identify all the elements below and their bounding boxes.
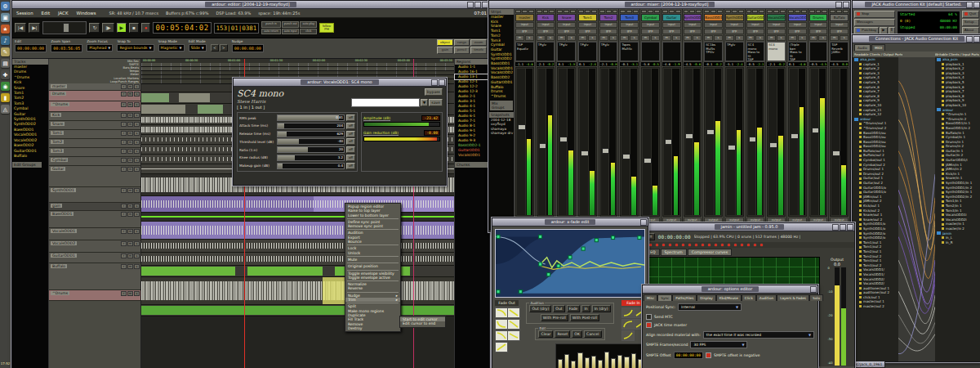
strip-mute-button[interactable]: m: [662, 35, 671, 41]
record-enable-button[interactable]: r: [121, 229, 127, 234]
strip-solo-button[interactable]: s: [651, 35, 660, 41]
strip-hide-icon[interactable]: [612, 10, 618, 13]
solo-button[interactable]: s: [134, 92, 140, 96]
qjackctl-titlebar[interactable]: JACK Audio Connection Kit [default] Star…: [853, 1, 980, 9]
track-name-button[interactable]: Buffalo: [51, 264, 67, 268]
options-tab[interactable]: Paths/Files: [672, 294, 697, 301]
fader-handle[interactable]: [518, 124, 526, 130]
mute-button[interactable]: m: [127, 131, 133, 136]
strip-fader[interactable]: [601, 69, 609, 215]
strip-name-button[interactable]: BassODD1: [704, 14, 723, 21]
strip-input-button[interactable]: input: [830, 22, 849, 28]
strip-redirect-box[interactable]: [641, 42, 660, 61]
jack-pause-button[interactable]: Ⅱ: [889, 27, 895, 34]
strip-redirect-box[interactable]: TPglv: [578, 42, 597, 61]
solo-button[interactable]: s: [134, 140, 140, 145]
cancel-button[interactable]: Cancel: [584, 330, 602, 338]
jack-play-button[interactable]: ▶: [880, 27, 887, 34]
strip-level-icon[interactable]: [689, 10, 695, 13]
close-icon[interactable]: [973, 36, 980, 43]
track-name-button[interactable]: BassODD1: [51, 212, 74, 216]
panel-launcher-icon[interactable]: ⚙: [1, 2, 10, 11]
strip-solo-button[interactable]: s: [735, 35, 744, 41]
nudge-forward-button[interactable]: >: [220, 44, 228, 52]
panel-launcher-icon[interactable]: ★: [1, 25, 10, 34]
strip-group-button[interactable]: grp: [830, 29, 849, 34]
strip-name-button[interactable]: Tom2: [599, 14, 618, 21]
strip-input-button[interactable]: input: [578, 22, 597, 28]
smpte-offset-value[interactable]: 00:00:00:00: [674, 352, 703, 359]
solo-button[interactable]: s: [134, 158, 140, 163]
fader-handle[interactable]: [622, 154, 630, 159]
track-header[interactable]: Tom3 rms: [49, 148, 140, 157]
drawbar-fader[interactable]: [571, 361, 576, 368]
strip-mute-button[interactable]: m: [620, 35, 629, 41]
strip-input-button[interactable]: input: [557, 22, 576, 28]
track-name-button[interactable]: Tom2: [51, 140, 64, 144]
strip-solo-button[interactable]: s: [755, 35, 764, 41]
jamin-tab[interactable]: Compressor curves: [688, 249, 732, 256]
context-menu-item[interactable]: Original position: [345, 264, 400, 268]
strip-group-button[interactable]: grp: [809, 29, 828, 34]
context-menu-item[interactable]: Mute: [345, 258, 400, 262]
strip-name-button[interactable]: master: [515, 14, 534, 21]
track-name-button[interactable]: SynthODD1: [51, 188, 76, 192]
control-slider[interactable]: 20: [277, 146, 345, 153]
jack-quit-button[interactable]: Quit: [962, 11, 979, 18]
track-name-button[interactable]: GuitarODD1: [51, 254, 77, 258]
context-menu-item[interactable]: Unlock: [345, 251, 400, 255]
strip-hide-icon[interactable]: [591, 10, 597, 13]
track-name-button[interactable]: Drums: [51, 92, 66, 96]
solo-button[interactable]: s: [134, 254, 140, 258]
track-header[interactable]: Cymbal rms: [49, 157, 140, 166]
strip-narrow-icon[interactable]: [620, 10, 626, 13]
strip-solo-button[interactable]: s: [525, 35, 534, 41]
close-icon[interactable]: [482, 2, 488, 8]
options-tab[interactable]: Solo: [809, 294, 823, 301]
strip-hide-icon[interactable]: [801, 10, 807, 13]
loop-button[interactable]: ↻: [89, 23, 100, 33]
track-lane[interactable]: [141, 240, 454, 253]
panel-launcher-icon[interactable]: ♪: [1, 36, 10, 45]
regions-header[interactable]: Regions: [455, 59, 489, 65]
control-slider[interactable]: 0.4: [277, 163, 345, 169]
fade-curve-button[interactable]: [507, 307, 520, 318]
control-slider[interactable]: 0.81: [277, 114, 345, 121]
options-tab[interactable]: Kbd/Mouse: [716, 294, 742, 301]
mute-button[interactable]: m: [127, 204, 133, 209]
options-tab[interactable]: Sync: [657, 294, 672, 301]
context-menu-item[interactable]: [347, 292, 399, 293]
strip-group-button[interactable]: grp: [704, 29, 723, 34]
strip-hide-icon[interactable]: [654, 10, 660, 13]
strip-hide-icon[interactable]: [738, 10, 744, 13]
fade-curve-button[interactable]: [495, 342, 508, 352]
strip-input-button[interactable]: input: [746, 22, 765, 28]
mute-button[interactable]: m: [127, 291, 133, 296]
transport-toggle-button[interactable]: auto return: [261, 29, 280, 35]
shuttle-handle[interactable]: [63, 23, 69, 33]
audition-fade-button[interactable]: Fade: [567, 305, 581, 312]
strip-level-icon[interactable]: [773, 10, 779, 13]
track-name-button[interactable]: Guitar: [51, 167, 65, 171]
strip-narrow-icon[interactable]: [599, 10, 605, 13]
track-header[interactable]: master rms: [49, 83, 140, 91]
automation-button[interactable]: off: [346, 114, 355, 121]
strip-narrow-icon[interactable]: [515, 10, 521, 13]
close-icon[interactable]: [973, 2, 980, 8]
strip-solo-button[interactable]: s: [840, 35, 849, 41]
preset-save-button[interactable]: save: [429, 99, 443, 106]
strip-group-button[interactable]: grp: [641, 29, 660, 34]
automation-button[interactable]: off: [346, 138, 355, 145]
track-name-button[interactable]: Kick: [51, 113, 61, 117]
record-enable-button[interactable]: r: [121, 264, 127, 269]
strip-level-icon[interactable]: [816, 10, 822, 13]
strip-input-button[interactable]: input: [662, 22, 681, 28]
track-name-button[interactable]: Cymbal: [51, 158, 68, 162]
strip-level-icon[interactable]: [564, 10, 569, 13]
solo-button[interactable]: s: [134, 113, 140, 118]
xfade-graph[interactable]: [495, 229, 645, 298]
track-lane[interactable]: [141, 277, 454, 305]
output-value[interactable]: 0.0: [834, 262, 840, 267]
strip-input-button[interactable]: input: [620, 22, 639, 28]
track-header[interactable]: ^Drums rms: [49, 101, 140, 112]
